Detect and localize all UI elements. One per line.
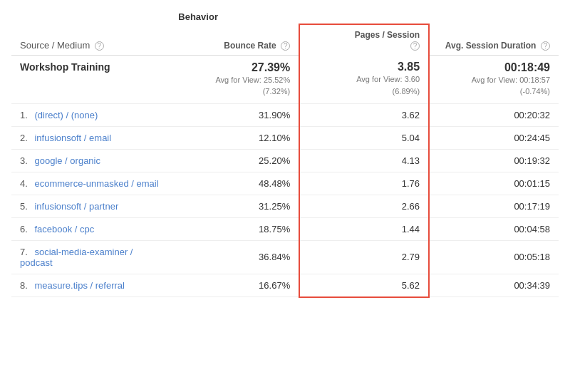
row-source: 8. measure.tips / referral — [11, 274, 170, 297]
bounce-rate-label: Bounce Rate — [224, 41, 276, 51]
row-avg-session: 00:34:39 — [429, 274, 559, 297]
table-row: 6. facebook / cpc 18.75% 1.44 00:04:58 — [11, 217, 559, 240]
behavior-header-row: Behavior — [11, 7, 559, 24]
bounce-rate-help-icon[interactable]: ? — [281, 41, 290, 51]
row-source: 4. ecommerce-unmasked / email — [11, 172, 170, 195]
behavior-group-header: Behavior — [170, 7, 559, 24]
row-bounce-rate: 48.48% — [170, 172, 299, 195]
row-source: 6. facebook / cpc — [11, 217, 170, 240]
row-number: 5. — [20, 201, 28, 212]
source-medium-help-icon[interactable]: ? — [95, 41, 104, 51]
avg-session-label: Avg. Session Duration — [445, 41, 537, 51]
summary-source: Workshop Training — [11, 55, 170, 103]
analytics-table: Behavior Source / Medium ? Bounce Rate ?… — [0, 0, 570, 305]
row-pages-session: 4.13 — [299, 149, 429, 172]
table-row: 5. infusionsoft / partner 31.25% 2.66 00… — [11, 195, 559, 217]
source-link[interactable]: measure.tips / referral — [34, 280, 124, 291]
avg-session-header: Avg. Session Duration ? — [429, 24, 559, 55]
row-bounce-rate: 18.75% — [170, 217, 299, 240]
row-bounce-rate: 25.20% — [170, 149, 299, 172]
summary-avg-session: 00:18:49 Avg for View: 00:18:57(-0.74%) — [429, 55, 559, 103]
row-source: 1. (direct) / (none) — [11, 103, 170, 126]
column-header-row: Source / Medium ? Bounce Rate ? Pages / … — [11, 24, 559, 55]
source-link[interactable]: infusionsoft / partner — [34, 201, 118, 212]
table-row: 7. social-media-examiner / podcast 36.84… — [11, 240, 559, 274]
pages-session-help-icon[interactable]: ? — [410, 41, 420, 51]
source-link[interactable]: ecommerce-unmasked / email — [34, 178, 158, 189]
source-link[interactable]: infusionsoft / email — [34, 133, 111, 143]
row-number: 7. — [20, 247, 28, 257]
row-number: 8. — [20, 280, 28, 291]
row-avg-session: 00:05:18 — [429, 240, 559, 274]
row-number: 2. — [20, 133, 28, 143]
table-row: 2. infusionsoft / email 12.10% 5.04 00:2… — [11, 126, 559, 149]
row-pages-session: 2.66 — [299, 195, 429, 217]
source-link[interactable]: (direct) / (none) — [34, 110, 98, 120]
row-avg-session: 00:01:15 — [429, 172, 559, 195]
row-number: 4. — [20, 178, 28, 189]
row-bounce-rate: 31.90% — [170, 103, 299, 126]
row-avg-session: 00:24:45 — [429, 126, 559, 149]
row-pages-session: 5.62 — [299, 274, 429, 297]
row-source: 3. google / organic — [11, 149, 170, 172]
summary-bounce-rate: 27.39% Avg for View: 25.52%(7.32%) — [170, 55, 299, 103]
row-pages-session: 2.79 — [299, 240, 429, 274]
row-pages-session: 1.44 — [299, 217, 429, 240]
row-number: 6. — [20, 224, 28, 234]
summary-row: Workshop Training 27.39% Avg for View: 2… — [11, 55, 559, 103]
row-source: 7. social-media-examiner / podcast — [11, 240, 170, 274]
source-link[interactable]: google / organic — [34, 155, 100, 166]
source-link[interactable]: social-media-examiner / podcast — [20, 247, 133, 268]
source-medium-spacer — [11, 7, 170, 24]
row-avg-session: 00:04:58 — [429, 217, 559, 240]
row-bounce-rate: 31.25% — [170, 195, 299, 217]
row-pages-session: 3.62 — [299, 103, 429, 126]
row-bounce-rate: 12.10% — [170, 126, 299, 149]
row-bounce-rate: 36.84% — [170, 240, 299, 274]
source-medium-label: Source / Medium — [20, 40, 90, 51]
row-source: 5. infusionsoft / partner — [11, 195, 170, 217]
row-avg-session: 00:19:32 — [429, 149, 559, 172]
row-pages-session: 1.76 — [299, 172, 429, 195]
row-pages-session: 5.04 — [299, 126, 429, 149]
row-bounce-rate: 16.67% — [170, 274, 299, 297]
table-row: 3. google / organic 25.20% 4.13 00:19:32 — [11, 149, 559, 172]
summary-pages-session: 3.85 Avg for View: 3.60(6.89%) — [299, 55, 429, 103]
pages-session-header: Pages / Session ? — [299, 24, 429, 55]
table-row: 4. ecommerce-unmasked / email 48.48% 1.7… — [11, 172, 559, 195]
row-avg-session: 00:17:19 — [429, 195, 559, 217]
pages-session-label: Pages / Session — [355, 30, 420, 40]
source-link[interactable]: facebook / cpc — [34, 224, 94, 234]
row-source: 2. infusionsoft / email — [11, 126, 170, 149]
row-avg-session: 00:20:32 — [429, 103, 559, 126]
row-number: 3. — [20, 155, 28, 166]
bounce-rate-header: Bounce Rate ? — [170, 24, 299, 55]
avg-session-help-icon[interactable]: ? — [541, 41, 550, 51]
table-row: 1. (direct) / (none) 31.90% 3.62 00:20:3… — [11, 103, 559, 126]
row-number: 1. — [20, 110, 28, 120]
source-medium-header: Source / Medium ? — [11, 24, 170, 55]
table-row: 8. measure.tips / referral 16.67% 5.62 0… — [11, 274, 559, 297]
